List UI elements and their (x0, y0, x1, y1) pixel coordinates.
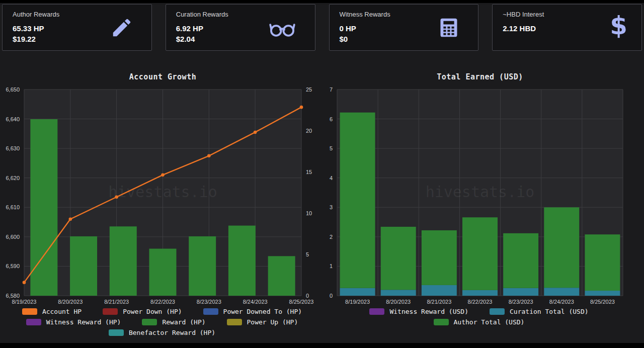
x-axis-label: 8/23/2023 (509, 299, 533, 305)
legend-swatch (22, 308, 37, 315)
reward-bar (268, 256, 295, 296)
legend-label: Benefactor Reward (HP) (129, 329, 215, 336)
axis-tick-label: 6,610 (6, 204, 20, 210)
axis-tick-label: 6,580 (6, 293, 20, 299)
x-axis-label: 8/24/2023 (549, 299, 574, 305)
axis-tick-label: 0 (330, 293, 333, 299)
x-axis-label: 8/22/2023 (150, 299, 175, 305)
line-point (254, 131, 257, 134)
line-point (300, 106, 303, 109)
axis-tick-label: 5 (330, 145, 333, 151)
axis-tick-label: 5 (306, 251, 309, 257)
x-axis-label: 8/20/2023 (386, 299, 411, 305)
stacked-bar-segment (340, 288, 375, 296)
legend-label: Power Downed To (HP) (223, 308, 302, 315)
legend-item[interactable]: Witness Reward (HP) (26, 317, 121, 327)
total-earned-chart: 765432108/19/20238/20/20238/21/20238/22/… (326, 68, 644, 307)
curation-rewards-card: Curation Rewards 6.92 HP $2.04 (166, 4, 315, 51)
legend-item[interactable]: Reward (HP) (142, 317, 205, 327)
line-point (207, 154, 211, 157)
line-point (69, 217, 72, 221)
legend-swatch (203, 308, 218, 315)
line-point (161, 173, 165, 177)
axis-tick-label: 4 (330, 175, 333, 181)
stacked-bar-segment (503, 288, 538, 296)
axis-tick-label: 0 (306, 293, 309, 299)
x-axis-label: 8/25/2023 (289, 299, 314, 305)
legend-item[interactable]: Witness Reward (USD) (369, 307, 468, 316)
stacked-bar-segment (462, 290, 498, 296)
total-earned-legend: Witness Reward (USD)Curation Total (USD)… (328, 307, 630, 327)
legend-item[interactable]: Account HP (22, 307, 82, 316)
dollar-icon: $ (610, 13, 627, 38)
legend-swatch (369, 308, 384, 315)
axis-tick-label: 3 (330, 204, 333, 210)
line-point (23, 281, 26, 284)
axis-tick-label: 6 (330, 116, 333, 122)
legend-swatch (142, 319, 157, 325)
x-axis-label: 8/25/2023 (590, 299, 615, 305)
x-axis-label: 8/23/2023 (197, 299, 221, 305)
x-axis-label: 8/19/2023 (12, 299, 37, 305)
legend-item[interactable]: Author Total (USD) (434, 317, 525, 327)
legend-swatch (103, 308, 118, 315)
axis-tick-label: 6,630 (6, 145, 20, 151)
reward-bar (189, 236, 216, 296)
legend-label: Witness Reward (USD) (389, 308, 468, 315)
dashboard: Author Rewards 65.33 HP $19.22 Curation … (0, 3, 644, 343)
stacked-bar-segment (503, 233, 538, 288)
reward-bar (228, 226, 256, 296)
x-axis-label: 8/21/2023 (427, 299, 451, 305)
legend-label: Author Total (USD) (454, 318, 525, 326)
axis-tick-label: 1 (330, 263, 333, 269)
x-axis-label: 8/22/2023 (468, 299, 493, 305)
legend-item[interactable]: Power Down (HP) (103, 307, 182, 316)
axis-tick-label: 15 (306, 169, 312, 175)
stacked-bar-segment (381, 227, 416, 290)
hbd-interest-card: ~HBD Interest 2.12 HBD $ (492, 4, 642, 51)
stacked-bar-segment (340, 113, 375, 288)
stacked-bar-segment (544, 207, 579, 288)
account-growth-chart: 6,6506,6406,6306,6206,6106,6006,5906,580… (0, 68, 327, 307)
line-point (115, 195, 118, 199)
axis-tick-label: 25 (306, 86, 312, 93)
legend-swatch (490, 308, 505, 315)
x-axis-label: 8/19/2023 (345, 299, 370, 305)
glasses-icon (268, 16, 297, 40)
legend-label: Power Down (HP) (123, 308, 182, 315)
legend-label: Witness Reward (HP) (46, 318, 121, 326)
legend-item[interactable]: Curation Total (USD) (490, 307, 589, 316)
legend-label: Account HP (42, 308, 82, 315)
axis-tick-label: 6,620 (6, 175, 20, 181)
legend-swatch (227, 319, 242, 325)
axis-tick-label: 2 (330, 234, 333, 240)
watermark: hivestats.io (108, 183, 217, 201)
axis-tick-label: 10 (306, 210, 312, 216)
stacked-bar-segment (422, 230, 457, 285)
legend-label: Curation Total (USD) (510, 308, 589, 315)
stacked-bar-segment (381, 290, 416, 296)
axis-tick-label: 6,590 (6, 263, 20, 269)
legend-item[interactable]: Power Up (HP) (227, 317, 298, 327)
axis-tick-label: 6,600 (6, 234, 20, 240)
legend-item[interactable]: Power Downed To (HP) (203, 307, 302, 316)
legend-item[interactable]: Benefactor Reward (HP) (109, 328, 215, 337)
axis-tick-label: 6,640 (6, 116, 20, 122)
stacked-bar-segment (585, 234, 620, 291)
axis-tick-label: 7 (330, 86, 333, 93)
stats-cards-row: Author Rewards 65.33 HP $19.22 Curation … (2, 4, 642, 51)
stacked-bar-segment (585, 291, 620, 296)
reward-bar (70, 236, 97, 296)
author-rewards-card: Author Rewards 65.33 HP $19.22 (2, 4, 152, 51)
axis-tick-label: 20 (306, 128, 312, 134)
x-axis-label: 8/24/2023 (243, 299, 268, 305)
chart-title: Total Earned (USD) (437, 72, 523, 81)
watermark: hivestats.io (426, 183, 535, 201)
calculator-icon (438, 16, 460, 40)
stacked-bar-segment (544, 288, 579, 296)
pencil-icon (110, 16, 133, 39)
legend-swatch (434, 319, 449, 325)
legend-label: Reward (HP) (162, 318, 205, 326)
reward-bar (110, 226, 137, 296)
stacked-bar-segment (462, 217, 498, 290)
